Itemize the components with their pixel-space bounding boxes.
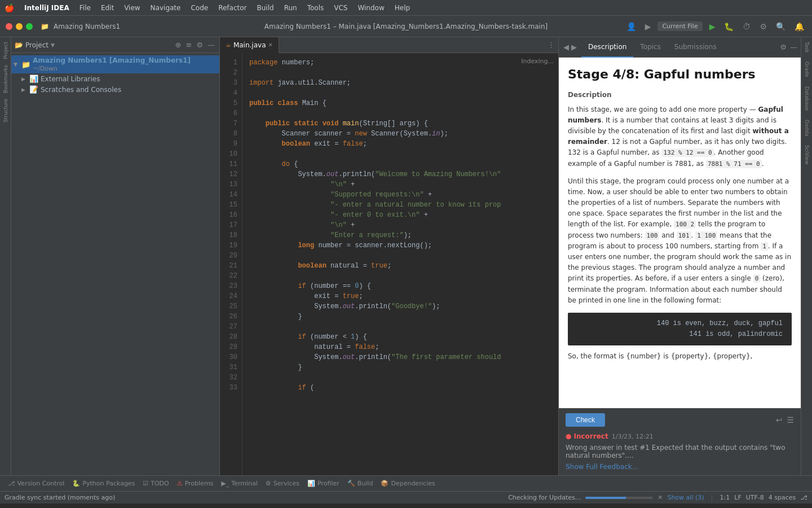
database-strip-label[interactable]: Database xyxy=(803,84,811,113)
menu-intellij[interactable]: IntelliJ IDEA xyxy=(20,3,74,13)
git-icon[interactable]: ⎇ xyxy=(800,494,807,501)
incorrect-badge: ● Incorrect xyxy=(566,432,608,440)
python-icon: 🐍 xyxy=(72,480,80,487)
rp-settings-icon[interactable]: ⚙ xyxy=(780,43,787,51)
settings-icon[interactable]: ⚙ xyxy=(757,21,769,32)
debug-button[interactable]: 🐛 xyxy=(722,21,736,32)
show-all-link[interactable]: Show all (3) xyxy=(667,494,704,501)
problems-tab[interactable]: ⚠ Problems xyxy=(174,479,217,488)
menu-vcs[interactable]: VCS xyxy=(329,3,352,13)
menu-code[interactable]: Code xyxy=(186,3,213,13)
close-button[interactable] xyxy=(6,23,12,30)
tab-description[interactable]: Description xyxy=(581,37,633,58)
apple-menu[interactable]: 🍎 xyxy=(5,3,14,12)
tree-scratches-label: Scratches and Consoles xyxy=(41,86,121,94)
menu-build[interactable]: Build xyxy=(253,3,279,13)
profile-icon[interactable]: 👤 xyxy=(624,21,638,32)
todo-label: TODO xyxy=(151,480,169,487)
tab-submissions[interactable]: Submissions xyxy=(668,37,723,58)
terminal-tab[interactable]: ▶_ Terminal xyxy=(218,479,261,488)
menu-file[interactable]: File xyxy=(75,3,95,13)
code-line-2: 141 is odd, palindromic xyxy=(577,329,783,340)
panel-close-icon[interactable]: — xyxy=(206,40,216,50)
bookmarks-strip-label[interactable]: Bookmarks xyxy=(2,63,10,95)
tree-item-scratches[interactable]: ▶ 📝 Scratches and Consoles xyxy=(11,84,219,95)
version-control-tab[interactable]: ⎇ Version Control xyxy=(5,479,68,488)
task-strip-label[interactable]: Task xyxy=(803,40,811,55)
revert-icon[interactable]: ↩ xyxy=(776,415,783,424)
rp-nav-forward-icon[interactable]: ▶ xyxy=(571,43,577,51)
code-content[interactable]: package numbers; import java.util.Scanne… xyxy=(242,53,558,475)
current-file-dropdown[interactable]: Current File xyxy=(657,21,702,31)
maximize-button[interactable] xyxy=(26,23,33,30)
menu-navigate[interactable]: Navigate xyxy=(146,3,186,13)
minimize-button[interactable] xyxy=(16,23,23,30)
indexing-status: Indexing... xyxy=(521,58,554,65)
tab-topics[interactable]: Topics xyxy=(633,37,667,58)
panel-options-icon[interactable]: ⚙ xyxy=(195,40,204,50)
menu-run[interactable]: Run xyxy=(280,3,302,13)
cancel-update-icon[interactable]: ✕ xyxy=(657,494,663,501)
encoding-indicator[interactable]: UTF-8 xyxy=(746,494,764,501)
editor-tab-main-java[interactable]: ☕ Main.java ✕ xyxy=(220,37,279,53)
profiler-label: Profiler xyxy=(317,480,339,487)
menu-tools[interactable]: Tools xyxy=(303,3,329,13)
tab-close-icon[interactable]: ✕ xyxy=(268,42,272,48)
structure-strip-label[interactable]: Structure xyxy=(2,97,10,125)
dependencies-tab[interactable]: 📦 Dependencies xyxy=(377,479,438,488)
sciview-strip-label[interactable]: SciView xyxy=(803,143,811,167)
panel-header-icons: ⊕ ≡ ⚙ — xyxy=(174,40,216,50)
project-panel-title[interactable]: 📂 Project ▼ xyxy=(15,41,55,49)
show-full-feedback-link[interactable]: Show Full Feedback... xyxy=(566,463,794,471)
menu-refactor[interactable]: Refactor xyxy=(214,3,251,13)
indent-indicator[interactable]: 4 spaces xyxy=(769,494,796,501)
right-strip: Task Grade Database Godda SciView xyxy=(801,37,812,475)
tree-item-root[interactable]: ▼ 📁 Amazing Numbers1 [Amazing_Numbers1] … xyxy=(11,55,219,73)
right-panel-bottom: Check ↩ ☰ ● Incorrect 1/3/23, 12:21 Wron… xyxy=(559,408,801,475)
tree-item-external-libs[interactable]: ▶ 📊 External Libraries xyxy=(11,73,219,84)
tree-external-libs-label: External Libraries xyxy=(41,75,100,83)
list-icon[interactable]: ☰ xyxy=(787,415,794,424)
todo-tab[interactable]: ☑ TODO xyxy=(139,479,172,488)
menu-edit[interactable]: Edit xyxy=(96,3,118,13)
run-button[interactable]: ▶ xyxy=(707,21,718,32)
java-file-icon: ☕ xyxy=(226,41,231,49)
rp-nav-back-icon[interactable]: ◀ xyxy=(563,43,569,51)
locate-file-icon[interactable]: ⊕ xyxy=(174,40,183,50)
notifications-icon[interactable]: 🔔 xyxy=(792,21,806,32)
menu-view[interactable]: View xyxy=(120,3,144,13)
main-layout: Project Bookmarks Structure 📂 Project ▼ … xyxy=(0,37,812,475)
description-paragraph-2: Until this stage, the program could proc… xyxy=(568,176,792,306)
feedback-text: Wrong answer in test #1 Expected that th… xyxy=(566,444,794,459)
stage-title: Stage 4/8: Gapful numbers xyxy=(568,67,792,83)
search-everywhere-icon[interactable]: 🔍 xyxy=(774,21,788,32)
window-controls: 📁 Amazing Numbers1 xyxy=(6,23,120,30)
project-strip-label[interactable]: Project xyxy=(2,40,10,62)
profiler-tab[interactable]: 📊 Profiler xyxy=(304,479,343,488)
project-tree: ▼ 📁 Amazing Numbers1 [Amazing_Numbers1] … xyxy=(11,53,219,475)
editor-pin-icon[interactable]: ⋮ xyxy=(548,41,555,49)
menu-window[interactable]: Window xyxy=(353,3,389,13)
update-progress-bar xyxy=(585,497,653,499)
build-tab[interactable]: 🔨 Build xyxy=(344,479,377,488)
services-tab[interactable]: ⚙ Services xyxy=(262,479,303,488)
status-bar: ⎇ Version Control 🐍 Python Packages ☑ TO… xyxy=(0,475,812,491)
profile-button[interactable]: ⏱ xyxy=(740,21,753,32)
dropdown-arrow-icon[interactable]: ▼ xyxy=(51,42,55,48)
checking-updates-text: Checking for Updates... xyxy=(508,494,581,501)
grade-strip-label[interactable]: Grade xyxy=(803,59,811,79)
check-button[interactable]: Check xyxy=(566,413,605,427)
menu-help[interactable]: Help xyxy=(390,3,414,13)
titlebar-actions: 👤 ▶ Current File ▶ 🐛 ⏱ ⚙ 🔍 🔔 xyxy=(624,21,806,32)
python-packages-tab[interactable]: 🐍 Python Packages xyxy=(69,479,138,488)
run-icon[interactable]: ▶ xyxy=(643,21,654,32)
godda-strip-label[interactable]: Godda xyxy=(803,117,811,138)
title-bar: 📁 Amazing Numbers1 Amazing Numbers1 – Ma… xyxy=(0,16,812,37)
position-indicator: 1:1 xyxy=(720,494,730,501)
collapse-all-icon[interactable]: ≡ xyxy=(184,40,193,50)
libs-icon: 📊 xyxy=(29,75,38,83)
rp-close-icon[interactable]: — xyxy=(790,43,797,51)
code-editor[interactable]: 1 2 3 4 5 6 7 8 9 10 11 12 13 14 15 16 1… xyxy=(220,53,558,475)
expand-arrow-icon: ▶ xyxy=(21,76,27,82)
feedback-row: ● Incorrect 1/3/23, 12:21 xyxy=(566,432,794,440)
